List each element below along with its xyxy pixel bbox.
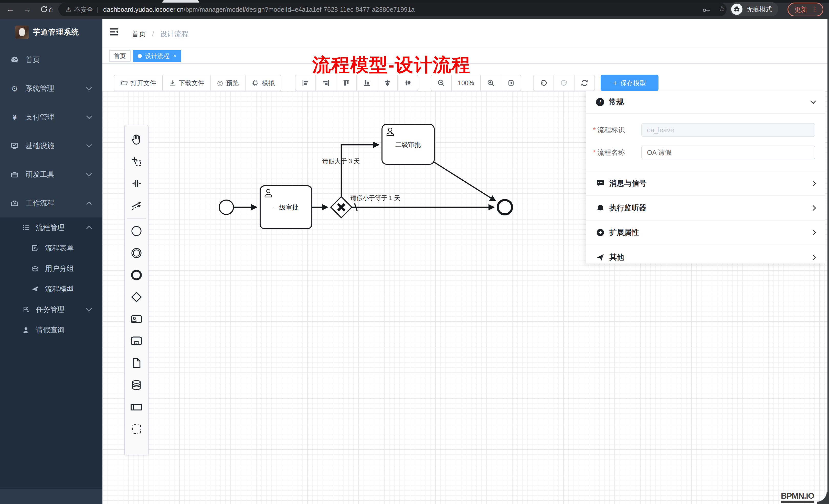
chevron-down-icon [86,306,92,312]
sidebar-item-label: 工作流程 [26,198,54,208]
sidebar-item-label: 基础设施 [26,141,54,151]
active-dot-icon [138,54,142,58]
briefcase-icon [10,199,19,207]
breadcrumb-home[interactable]: 首页 [132,30,146,38]
update-label: 更新 [794,5,807,14]
incognito-label: 无痕模式 [747,5,772,13]
sidebar-item-label: 任务管理 [36,305,65,314]
url-host: dashboard.yudao.iocoder.cn [103,6,184,13]
incognito-badge: 无痕模式 [730,2,778,16]
url-divider: | [97,6,99,13]
task-second-approval[interactable]: 二级审批 [382,124,434,164]
yen-icon: ¥ [10,113,19,121]
browser-menu-icon[interactable]: ⋮ [812,6,818,13]
sidebar-item-label: 请假查询 [36,325,65,335]
list-icon [22,223,30,232]
window-edge [827,19,829,504]
paper-plane-icon [31,285,39,294]
sidebar-item-payment[interactable]: ¥ 支付管理 [0,103,102,131]
sidebar-item-system[interactable]: ⚙ 系统管理 [0,74,102,103]
sidebar-item-task-mgmt[interactable]: 任务管理 [0,299,102,320]
user-icon [22,326,30,335]
sidebar-item-process-mgmt[interactable]: 流程管理 [0,218,102,238]
flow-task2-to-end[interactable] [434,162,495,201]
sidebar-item-label: 支付管理 [26,112,54,122]
chevron-down-icon [86,142,92,148]
breadcrumb-current: 设计流程 [160,30,189,38]
annotation-title: 流程模型-设计流程 [312,53,471,77]
sidebar-item-leave-query[interactable]: 请假查询 [0,320,102,340]
sidebar-item-devtools[interactable]: 研发工具 [0,160,102,189]
flag-structure-icon [22,305,30,314]
sidebar: 芋道管理系统 首页 ⚙ 系统管理 ¥ 支付管理 [0,19,102,504]
chevron-down-icon [86,85,92,90]
sidebar-filler [0,340,102,489]
app-window: 芋道管理系统 首页 ⚙ 系统管理 ¥ 支付管理 [0,19,829,504]
sidebar-item-process-form[interactable]: 流程表单 [0,238,102,259]
update-button[interactable]: 更新 ⋮ [788,3,823,16]
task-first-approval[interactable]: 一级审批 [260,186,312,229]
sidebar-item-infra[interactable]: 基础设施 [0,131,102,160]
url-path: /bpm/manager/model/design?modelId=e4a1a1… [184,6,414,13]
end-event[interactable] [498,200,512,215]
flow-gateway-to-task2[interactable] [341,145,379,197]
breadcrumb: 首页 / 设计流程 [132,29,189,39]
window-corner [817,492,829,504]
collapse-menu-icon[interactable] [110,28,119,36]
designer-content: 一级审批 二级审批 [102,64,829,504]
close-icon[interactable]: × [173,53,176,60]
tab-label: 首页 [114,52,126,60]
sidebar-item-label: 流程模型 [45,284,74,294]
tab-design-process[interactable]: 设计流程 × [133,50,181,62]
sidebar-item-label: 流程表单 [45,243,74,253]
browser-tabstrip [0,0,829,3]
app-title: 芋道管理系统 [33,27,79,37]
back-icon[interactable]: ← [4,3,16,16]
forward-icon[interactable]: → [21,3,33,16]
incognito-icon [731,4,743,15]
bookmark-star-icon[interactable]: ☆ [718,4,725,13]
flow-label-le1: 请假小于等于 1 天 [351,194,400,201]
start-event[interactable] [219,200,233,215]
sidebar-item-label: 流程管理 [36,223,65,233]
breadcrumb-separator: / [152,30,154,38]
chevron-down-icon [86,113,92,119]
toolbox-icon [10,170,19,179]
sidebar-item-home[interactable]: 首页 [0,45,102,74]
home-icon[interactable]: ⌂ [45,3,57,16]
tab-home[interactable]: 首页 [109,50,131,62]
sidebar-item-label: 首页 [26,55,40,65]
dashboard-icon [10,55,19,64]
chevron-down-icon [86,171,92,177]
chevron-up-icon [86,201,92,207]
not-secure-icon: ⚠ [66,6,71,13]
sidebar-item-user-group[interactable]: 用户分组 [0,259,102,279]
sidebar-item-label: 系统管理 [26,84,54,93]
not-secure-label: 不安全 [74,5,93,14]
url-bar[interactable]: ⚠ 不安全 | dashboard.yudao.iocoder.cn/bpm/m… [58,3,727,16]
robot-face-icon [31,264,39,273]
task-label: 二级审批 [395,141,421,148]
chevron-up-icon [86,226,92,232]
app-logo-row[interactable]: 芋道管理系统 [0,19,102,45]
page-header: 首页 / 设计流程 ? TT [102,19,829,48]
tab-label: 设计流程 [145,52,170,60]
screen: ← → ⌂ ⚠ 不安全 | dashboard.yudao.iocoder.cn… [0,0,829,504]
gear-icon: ⚙ [10,84,19,93]
bpmn-diagram: 一级审批 二级审批 [102,64,829,504]
sidebar-item-label: 用户分组 [45,264,74,273]
form-icon [31,244,39,253]
sidebar-item-workflow[interactable]: 工作流程 [0,189,102,218]
app-logo [15,26,29,39]
monitor-icon [10,142,19,150]
sidebar-submenu: 流程管理 流程表单 用户分组 [0,218,102,489]
browser-chrome: ← → ⌂ ⚠ 不安全 | dashboard.yudao.iocoder.cn… [0,0,829,19]
sidebar-item-label: 研发工具 [26,169,54,179]
task-label: 一级审批 [273,204,298,211]
password-key-icon[interactable] [702,6,710,15]
browser-active-tab[interactable] [162,0,199,3]
flow-label-gt3: 请假大于 3 天 [322,158,360,164]
gateway-exclusive[interactable] [331,197,352,218]
sidebar-item-process-model[interactable]: 流程模型 [0,279,102,299]
